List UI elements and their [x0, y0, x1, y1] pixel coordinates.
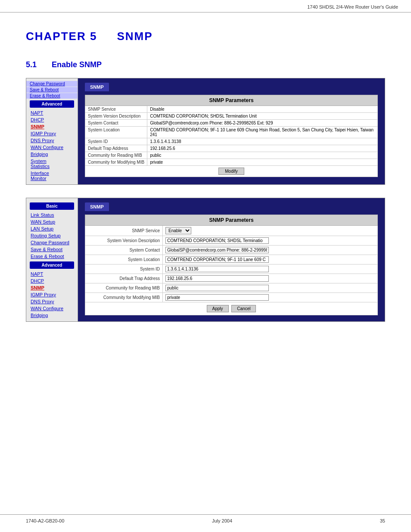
sidebar-erase-reboot-2[interactable]: Erase & Reboot [26, 253, 78, 260]
sidebar-system-1[interactable]: SystemStatistics [26, 158, 78, 170]
page-footer: 1740-A2-GB20-00 July 2004 35 [0, 514, 411, 523]
row-label-sys-location: System Location [85, 127, 147, 138]
sidebar-badge-basic-2: Basic [30, 202, 74, 210]
chapter-title: CHAPTER 5 SNMP [26, 30, 385, 43]
footer-center: July 2004 [212, 518, 232, 523]
section-name: Enable SNMP [52, 60, 102, 69]
sidebar-igmp-2[interactable]: IGMP Proxy [26, 291, 78, 298]
form-btn-row: Apply Cancel [85, 302, 378, 315]
sidebar-save-reboot-2[interactable]: Save & Reboot [26, 246, 78, 253]
sidebar-wan-configure-2[interactable]: WAN Configure [26, 305, 78, 312]
row-label-sys-id: System ID [85, 138, 147, 145]
sidebar-bridging-1[interactable]: Bridging [26, 151, 78, 158]
sidebar-badge-advanced-1: Advanced [30, 100, 74, 108]
sidebar-routing-setup-2[interactable]: Routing Setup [26, 232, 78, 239]
sidebar-bridging-2[interactable]: Bridging [26, 312, 78, 319]
sidebar-2: Basic Link Status WAN Setup LAN Setup Ro… [26, 198, 78, 321]
row-value-sys-location: COMTREND CORPORATION; 9F-1 10 Lane 609 C… [147, 127, 378, 138]
section-title: 5.1 Enable SNMP [26, 60, 385, 69]
form-label-sys-location: System Location [85, 255, 163, 264]
snmp-service-select[interactable]: Enable Disable [165, 227, 191, 234]
form-label-trap-addr: Default Trap Address [85, 274, 163, 283]
modify-button[interactable]: Modify [218, 168, 244, 175]
footer-left: 1740-A2-GB20-00 [26, 518, 64, 523]
sidebar-interface-1[interactable]: InterfaceMonitor [26, 170, 78, 182]
modify-mib-input[interactable] [165, 294, 269, 301]
params-table-1: SNMP Parameters SNMP Service Disable Sys… [85, 95, 378, 166]
section-label: 5.1 [26, 60, 37, 69]
sidebar-napt-2[interactable]: NAPT [26, 271, 78, 277]
row-label-sys-contact: System Contact [85, 120, 147, 127]
header-title: 1740 SHDSL 2/4-Wire Router User's Guide [307, 4, 398, 9]
form-label-sys-contact: System Contact [85, 246, 163, 255]
form-field-sys-location[interactable] [163, 255, 378, 264]
form-label-sys-id: System ID [85, 264, 163, 274]
sidebar-badge-advanced-2: Advanced [30, 261, 74, 269]
sidebar-save-reboot-1[interactable]: Save & Reboot [26, 87, 78, 93]
row-value-sys-version: COMTREND CORPORATION; SHDSL Termination … [147, 113, 378, 120]
form-field-sys-contact[interactable] [163, 246, 378, 255]
sidebar-snmp-2[interactable]: SNMP [26, 284, 78, 291]
row-label-sys-version: System Version Description [85, 113, 147, 120]
trap-addr-input[interactable] [165, 275, 269, 282]
cancel-button[interactable]: Cancel [231, 305, 256, 312]
row-label-modify-mib: Community for Modifying MIB [85, 159, 147, 166]
sidebar-dns-1[interactable]: DNS Proxy [26, 137, 78, 144]
ui-screenshot-1: Change Password Save & Reboot Erase & Re… [26, 78, 385, 185]
row-value-read-mib: public [147, 152, 378, 159]
row-label-read-mib: Community for Reading MIB [85, 152, 147, 159]
row-value-sys-id: 1.3.6.1.4.1.3138 [147, 138, 378, 145]
section-heading: 5.1 Enable SNMP [0, 47, 411, 78]
form-label-sys-version: System Version Description [85, 236, 163, 246]
chapter-heading: CHAPTER 5 SNMP [0, 12, 411, 47]
sys-location-input[interactable] [165, 256, 269, 263]
sidebar-link-status-2[interactable]: Link Status [26, 212, 78, 218]
snmp-tab-1: SNMP [85, 83, 109, 91]
sidebar-snmp-1[interactable]: SNMP [26, 123, 78, 130]
form-field-sys-version[interactable] [163, 236, 378, 246]
sidebar-wan-1[interactable]: WAN Configure [26, 144, 78, 151]
table-title-1: SNMP Parameters [85, 95, 378, 106]
sidebar-dhcp-2[interactable]: DHCP [26, 277, 78, 284]
chapter-label: CHAPTER 5 [26, 30, 97, 43]
sidebar-lan-setup-2[interactable]: LAN Setup [26, 225, 78, 232]
sys-version-input[interactable] [165, 237, 269, 244]
snmp-tab-2: SNMP [85, 202, 109, 211]
row-value-sys-contact: GlobalSP@comtrendcorp.com Phone: 886-2-2… [147, 120, 378, 127]
chapter-name: SNMP [117, 30, 153, 43]
sidebar-napt-1[interactable]: NAPT [26, 109, 78, 116]
row-value-trap-addr: 192.168.25.6 [147, 145, 378, 152]
main-content-1: SNMP SNMP Parameters SNMP Service Disabl… [78, 78, 385, 184]
form-table-2: SNMP Parameters SNMP Service Enable Disa… [85, 215, 378, 315]
form-label-modify-mib: Community for Modifying MIB [85, 293, 163, 302]
sys-contact-input[interactable] [165, 247, 269, 253]
form-label-read-mib: Community for Reading MIB [85, 283, 163, 293]
sys-id-input[interactable] [165, 266, 269, 272]
sidebar-dns-2[interactable]: DNS Proxy [26, 298, 78, 305]
page-header: 1740 SHDSL 2/4-Wire Router User's Guide [0, 0, 411, 12]
row-value-modify-mib: private [147, 159, 378, 166]
row-label-snmp-service: SNMP Service [85, 106, 147, 113]
footer-right: 35 [380, 518, 385, 523]
sidebar-wan-setup-2[interactable]: WAN Setup [26, 218, 78, 225]
form-field-sys-id[interactable] [163, 264, 378, 274]
sidebar-1: Change Password Save & Reboot Erase & Re… [26, 78, 78, 184]
sidebar-igmp-1[interactable]: IGMP Proxy [26, 130, 78, 137]
ui-screenshot-2: Basic Link Status WAN Setup LAN Setup Ro… [26, 198, 385, 322]
sidebar-change-password-2[interactable]: Change Password [26, 239, 78, 246]
form-field-trap-addr[interactable] [163, 274, 378, 283]
form-field-modify-mib[interactable] [163, 293, 378, 302]
form-table-title: SNMP Parameters [85, 215, 378, 226]
form-label-snmp-service: SNMP Service [85, 226, 163, 236]
sidebar-erase-reboot-1[interactable]: Erase & Reboot [26, 93, 78, 99]
main-content-2: SNMP SNMP Parameters SNMP Service Enable… [78, 198, 385, 321]
sidebar-dhcp-1[interactable]: DHCP [26, 116, 78, 123]
form-field-read-mib[interactable] [163, 283, 378, 293]
row-label-trap-addr: Default Trap Address [85, 145, 147, 152]
row-value-snmp-service: Disable [147, 106, 378, 113]
sidebar-change-password-1[interactable]: Change Password [26, 81, 78, 87]
apply-button[interactable]: Apply [207, 305, 229, 312]
btn-row-1: Modify [85, 166, 378, 177]
form-field-snmp-service[interactable]: Enable Disable [163, 226, 378, 236]
read-mib-input[interactable] [165, 285, 269, 291]
